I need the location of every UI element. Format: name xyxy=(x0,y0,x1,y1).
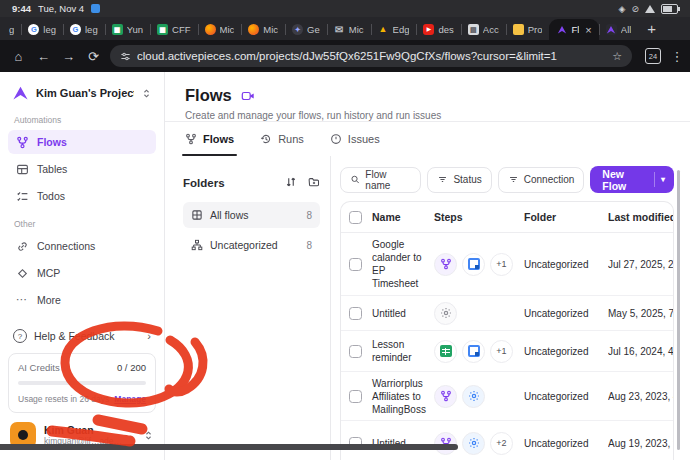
screen: 9:44 Tue, Nov 4 ◈ ⊘ gGlegGleg▦Yun▦CFFMic… xyxy=(0,0,690,460)
browser-tab[interactable]: Fl× xyxy=(549,19,598,40)
steps-cell xyxy=(434,302,524,325)
browser-tab[interactable]: ▶des xyxy=(416,19,460,40)
back-icon[interactable]: ← xyxy=(31,49,56,64)
doc-favicon: ▤ xyxy=(468,24,479,35)
browser-tab[interactable]: ▲Edg xyxy=(371,19,417,40)
network-icon xyxy=(191,239,203,251)
home-icon[interactable]: ⌂ xyxy=(6,49,31,64)
browser-tab[interactable]: ✦Ge xyxy=(285,19,327,40)
reload-icon[interactable]: ⟳ xyxy=(81,49,106,64)
project-selector[interactable]: Kim Guan's Project xyxy=(8,82,156,104)
status-filter[interactable]: Status xyxy=(427,167,491,193)
vertical-scrollbar[interactable] xyxy=(677,170,680,450)
browser-tab-label: Fl xyxy=(571,24,579,35)
browser-tab[interactable]: ▦Yun xyxy=(105,19,150,40)
sidebar-item-label: Connections xyxy=(37,240,95,252)
tab-issues[interactable]: Issues xyxy=(330,122,380,156)
tutorial-video-icon[interactable] xyxy=(241,89,255,103)
folder-item-all-flows[interactable]: All flows8 xyxy=(183,202,320,228)
browser-tab[interactable]: Gleg xyxy=(21,19,63,40)
page-header: Flows Create and manage your flows, run … xyxy=(165,72,690,122)
browser-tab[interactable]: Mic xyxy=(198,19,242,40)
browser-tab[interactable]: Mic xyxy=(241,19,285,40)
table-row[interactable]: Google calander to EP Timesheet+1Uncateg… xyxy=(341,233,673,296)
select-all-checkbox[interactable] xyxy=(349,211,362,224)
section-label: Automations xyxy=(14,115,150,125)
sort-folders-icon[interactable] xyxy=(285,176,297,190)
search-icon xyxy=(350,174,360,185)
new-tab-button[interactable]: + xyxy=(638,20,665,37)
project-name: Kim Guan's Project xyxy=(36,87,134,99)
table-row[interactable]: Untitled+2UncategorizedAug 19, 2023, 9:5 xyxy=(341,421,673,460)
browser-tab[interactable]: ▤Acc xyxy=(461,19,506,40)
tab-runs[interactable]: Runs xyxy=(260,122,304,156)
flows-table: Name Steps Folder Last modified Google c… xyxy=(340,201,674,460)
flow-step-icon xyxy=(434,432,457,455)
activepieces-logo-icon xyxy=(12,85,29,102)
sidebar-item-flows[interactable]: Flows xyxy=(8,130,156,154)
branch-icon xyxy=(185,133,197,145)
manage-link[interactable]: Manage xyxy=(114,394,146,404)
connection-filter[interactable]: Connection xyxy=(498,167,585,193)
gem-favicon: ✦ xyxy=(292,24,303,35)
browser-tab[interactable]: g xyxy=(2,19,21,40)
steps-cell: +2 xyxy=(434,432,524,455)
sidebar-item-mcp[interactable]: MCP xyxy=(8,261,156,285)
site-controls-icon[interactable] xyxy=(120,51,131,62)
url-bar[interactable]: cloud.activepieces.com/projects/dJw55fQx… xyxy=(110,45,632,67)
table-row[interactable]: Warriorplus Affiliates to MailingBossUnc… xyxy=(341,372,673,421)
last-modified: Aug 23, 2023, 4:5 xyxy=(608,391,673,402)
sidebar-item-more[interactable]: ⋯More xyxy=(8,288,156,312)
main-tabs: FlowsRunsIssues xyxy=(165,122,690,156)
tab-flows[interactable]: Flows xyxy=(185,122,234,156)
tab-label: Runs xyxy=(278,133,304,145)
folder-item-uncategorized[interactable]: Uncategorized8 xyxy=(183,232,320,258)
sidebar-item-todos[interactable]: Todos xyxy=(8,184,156,208)
row-checkbox[interactable] xyxy=(349,258,362,271)
horizontal-scrollbar[interactable] xyxy=(0,444,458,450)
browser-tab-label: Acc xyxy=(483,24,499,35)
row-checkbox[interactable] xyxy=(349,390,362,403)
new-folder-icon[interactable] xyxy=(308,176,320,190)
flow-step-icon xyxy=(434,253,457,276)
help-icon: ? xyxy=(13,329,27,343)
sidebar: Kim Guan's Project AutomationsFlowsTable… xyxy=(0,72,165,460)
mail-favicon: ✉ xyxy=(334,24,345,35)
gear-blue-step-icon xyxy=(462,432,485,455)
new-flow-button[interactable]: New Flow ▾ xyxy=(590,166,674,193)
browser-tab[interactable]: ✉Mic xyxy=(327,19,371,40)
flow-folder: Uncategorized xyxy=(524,391,608,402)
browser-tab[interactable]: ▦CFF xyxy=(150,19,197,40)
ai-credits-progressbar xyxy=(18,381,146,385)
user-name: Kim Guan xyxy=(44,424,135,436)
flow-step-icon xyxy=(434,385,457,408)
browser-tab-strip: gGlegGleg▦Yun▦CFFMicMic✦Ge✉Mic▲Edg▶des▤A… xyxy=(0,17,690,40)
ai-credits-label: AI Credits xyxy=(18,362,60,373)
steps-cell: +1 xyxy=(434,340,524,363)
filter-icon xyxy=(508,174,519,185)
browser-tab[interactable]: Gleg xyxy=(63,19,105,40)
flow-name-search[interactable]: Flow name xyxy=(340,167,421,193)
flow-name: Warriorplus Affiliates to MailingBoss xyxy=(372,377,434,416)
row-checkbox[interactable] xyxy=(349,307,362,320)
more-steps-badge: +1 xyxy=(490,253,513,276)
tab-count-button[interactable]: 24 xyxy=(645,48,661,64)
close-tab-icon[interactable]: × xyxy=(585,24,591,36)
browser-menu-icon[interactable]: ⋮ xyxy=(670,49,684,64)
bookmark-star-icon[interactable]: ☆ xyxy=(612,50,622,63)
gcal-step-icon xyxy=(462,340,485,363)
gear-gray-step-icon xyxy=(434,302,457,325)
forward-icon[interactable]: → xyxy=(56,49,81,64)
table-icon xyxy=(16,163,29,176)
history-icon xyxy=(260,133,272,145)
link-icon xyxy=(16,240,29,253)
table-row[interactable]: Lesson reminder+1UncategorizedJul 16, 20… xyxy=(341,331,673,372)
sidebar-item-tables[interactable]: Tables xyxy=(8,157,156,181)
table-row[interactable]: UntitledUncategorizedMay 5, 2025, 7:21 xyxy=(341,296,673,331)
help-feedback-button[interactable]: ? Help & Feedback › xyxy=(8,327,156,345)
sidebar-item-connections[interactable]: Connections xyxy=(8,234,156,258)
row-checkbox[interactable] xyxy=(349,345,362,358)
more-icon: ⋯ xyxy=(16,294,29,307)
browser-tab[interactable]: Pro xyxy=(506,19,550,40)
browser-tab[interactable]: All xyxy=(599,19,639,40)
